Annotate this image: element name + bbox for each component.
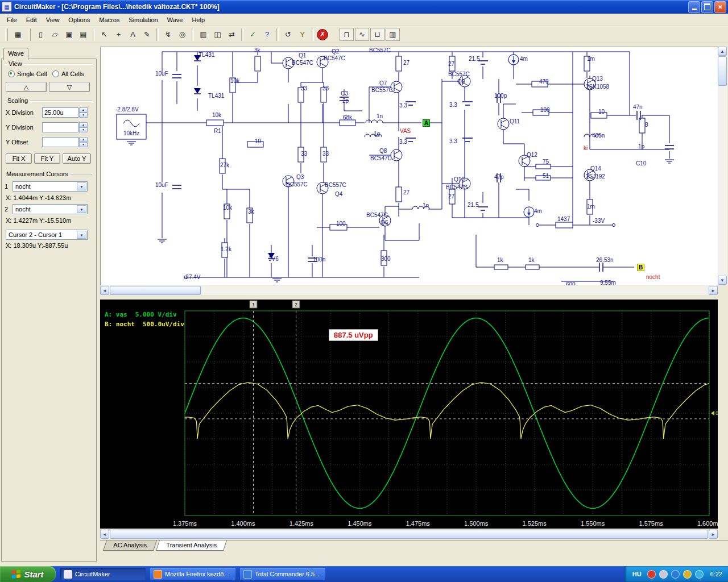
cursor1-dropdown-arrow-icon[interactable]: ▼	[77, 182, 86, 190]
single-cell-radio-dot[interactable]	[8, 70, 15, 77]
schematic-label: BC547C	[370, 155, 392, 161]
task-label: Total Commander 6.5...	[255, 571, 320, 577]
title-bar: ▦ CircuitMaker - [C:\Program Files\...\h…	[0, 0, 728, 14]
schematic-label: 9.55m	[600, 280, 616, 285]
schematic-hscrollbar[interactable]: ◄ ►	[100, 286, 718, 295]
tab-ac-analysis[interactable]: AC Analysis	[103, 541, 157, 551]
minimize-button[interactable]	[688, 1, 700, 13]
analysis-tabs: AC AnalysisTransient Analysis	[100, 540, 728, 554]
schematic-label: Q6	[380, 219, 388, 226]
scope-hscrollbar[interactable]: ◄ ►	[100, 530, 718, 539]
y-division-spinner[interactable]: ▲▼	[79, 122, 88, 132]
stop-simulation-icon[interactable]: ✗	[317, 29, 328, 40]
swap-windows-icon[interactable]: ⇄	[225, 28, 238, 41]
start-button[interactable]: Start	[0, 566, 56, 582]
zoom-wand-icon[interactable]: ↯	[162, 28, 175, 41]
vscroll-thumb[interactable]	[718, 56, 727, 86]
y-offset-spinner[interactable]: ▲▼	[79, 137, 88, 147]
digital-panel-icon[interactable]: ⊓	[340, 28, 354, 41]
x-division-spinner[interactable]: ▲▼	[79, 107, 88, 118]
window-title: CircuitMaker - [C:\Program Files\...\het…	[14, 3, 687, 11]
menu-item-file[interactable]: File	[2, 15, 22, 25]
scroll-up-icon[interactable]: ▲	[718, 47, 727, 56]
taskbar-task-total-commander-6-5-[interactable]: Total Commander 6.5...	[240, 568, 325, 580]
print-icon[interactable]: ▤	[77, 28, 90, 41]
x-division-input[interactable]	[42, 107, 78, 118]
close-button[interactable]: ✕	[714, 1, 726, 13]
schematic-label: 600	[566, 281, 576, 285]
volume-tray-icon[interactable]	[659, 570, 668, 579]
arrow-tool-icon[interactable]: ↖	[98, 28, 111, 41]
wave-tab[interactable]: Wave	[3, 48, 28, 60]
scroll-down-icon[interactable]: ▼	[718, 276, 727, 285]
schematic-label: BC557C	[448, 71, 470, 77]
cursor-delta-readout: X: 18.309u Y:-887.55u	[6, 242, 68, 249]
zoom-tool-icon[interactable]: ◎	[176, 28, 189, 41]
cursor-delta-dropdown[interactable]: Cursor 2 - Cursor 1 ▼	[6, 230, 88, 240]
fit-x-button[interactable]: Fit X	[6, 153, 32, 164]
probe-icon[interactable]: Y	[296, 28, 309, 41]
all-cells-radio-dot[interactable]	[52, 70, 59, 77]
probe-panel-icon[interactable]: ⊔	[370, 28, 384, 41]
analysis-panel-icon[interactable]: ▥	[386, 28, 400, 41]
messenger-tray-icon[interactable]	[671, 570, 680, 579]
save-file-icon[interactable]: ▣	[63, 28, 76, 41]
scroll-right-icon[interactable]: ►	[709, 286, 718, 295]
schematic-vscrollbar[interactable]: ▲ ▼	[718, 47, 727, 285]
waveform-display[interactable]: 1201.375ms1.400ms1.425ms1.450ms1.475ms1.…	[100, 300, 718, 529]
taskbar-task-circuitmaker[interactable]: CircuitMaker	[60, 568, 146, 580]
scheduler-tray-icon[interactable]	[683, 570, 692, 579]
schematic-label: 27	[403, 60, 410, 66]
auto-y-button[interactable]: Auto Y	[63, 153, 91, 164]
waveform-panel-icon[interactable]: ∿	[355, 28, 369, 41]
cursor-delta-dropdown-arrow-icon[interactable]: ▼	[77, 231, 86, 239]
taskbar-task-mozilla-firefox-kezd-[interactable]: Mozilla Firefox kezdő...	[150, 568, 235, 580]
scope-scroll-left-icon[interactable]: ◄	[100, 530, 109, 539]
tab-label: AC Analysis	[113, 541, 147, 550]
menu-item-options[interactable]: Options	[64, 15, 94, 25]
open-file-icon[interactable]: ▱	[48, 28, 61, 41]
cursor2-dropdown-arrow-icon[interactable]: ▼	[77, 205, 86, 213]
cursor2-signal-dropdown[interactable]: nocht ▼	[13, 204, 88, 214]
y-offset-input[interactable]	[42, 137, 78, 147]
run-check-icon[interactable]: ✓	[246, 28, 259, 41]
scope-scroll-right-icon[interactable]: ►	[709, 530, 718, 539]
maximize-button[interactable]	[701, 1, 713, 13]
all-cells-radio[interactable]: All Cells	[52, 70, 84, 77]
scroll-left-icon[interactable]: ◄	[100, 286, 109, 295]
undo-icon[interactable]: ↺	[282, 28, 295, 41]
schematic-canvas[interactable]: 10uFTL431TL43110k3kQ1BC547CQ2BC547CBC557…	[100, 47, 718, 285]
menu-item-macros[interactable]: Macros	[94, 15, 124, 25]
x-tick-label: 1.450ms	[348, 520, 372, 527]
network-tray-icon[interactable]	[695, 570, 704, 579]
cell-down-button[interactable]: ▽	[49, 82, 90, 92]
fit-y-button[interactable]: Fit Y	[34, 153, 60, 164]
schematic-label: 10k	[223, 205, 232, 211]
single-cell-radio[interactable]: Single Cell	[8, 70, 47, 77]
cursor1-signal-dropdown[interactable]: nocht ▼	[13, 181, 88, 192]
wire-tool-icon[interactable]: ✎	[140, 28, 154, 41]
menu-item-view[interactable]: View	[42, 15, 64, 25]
schematic-label: 2SJ192	[586, 173, 605, 180]
scaling-group-label: Scaling	[6, 97, 30, 104]
copy-window-icon[interactable]: ◫	[211, 28, 224, 41]
schematic-label: TL431	[198, 52, 214, 58]
tab-transient-analysis[interactable]: Transient Analysis	[156, 541, 227, 551]
y-division-input[interactable]	[42, 122, 78, 132]
scope-hscroll-thumb[interactable]	[110, 530, 708, 539]
new-file-icon[interactable]: ▯	[34, 28, 47, 41]
help-pointer-icon[interactable]: ?	[260, 28, 274, 41]
scope-grid	[185, 311, 709, 516]
parts-bin-icon[interactable]: ▦	[11, 28, 24, 41]
language-indicator[interactable]: HU	[632, 571, 642, 577]
text-tool-icon[interactable]: A	[126, 28, 139, 41]
hscroll-thumb[interactable]	[110, 286, 201, 295]
antivirus-tray-icon[interactable]	[647, 570, 656, 579]
menu-item-simulation[interactable]: Simulation	[124, 15, 162, 25]
zoom-page-icon[interactable]: ▥	[197, 28, 210, 41]
menu-item-edit[interactable]: Edit	[22, 15, 42, 25]
menu-item-wave[interactable]: Wave	[163, 15, 188, 25]
menu-item-help[interactable]: Help	[187, 15, 209, 25]
place-part-icon[interactable]: +	[112, 28, 125, 41]
cell-up-button[interactable]: △	[6, 82, 47, 92]
